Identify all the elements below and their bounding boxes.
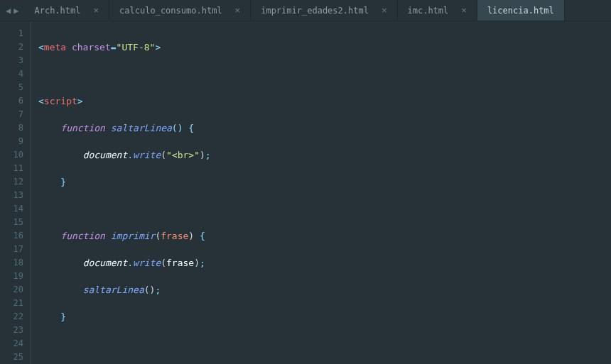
tab-label: licencia.html <box>487 6 554 16</box>
line-num: 8 <box>0 121 31 135</box>
code-line: function imprimir(frase) { <box>38 229 611 243</box>
code-line: document.write(frase); <box>38 256 611 270</box>
line-num: 9 <box>0 135 31 148</box>
line-num: 14 <box>0 202 31 216</box>
code-line: <script> <box>38 94 611 108</box>
code-line <box>38 337 611 351</box>
tab-bar: Arch.html × calculo_consumo.html × impri… <box>24 0 611 21</box>
tab-label: calculo_consumo.html <box>119 6 222 16</box>
line-num: 24 <box>0 337 31 351</box>
line-num: 21 <box>0 297 31 310</box>
line-num: 16 <box>0 229 31 243</box>
line-num: 18 <box>0 256 31 270</box>
line-num: 15 <box>0 216 31 229</box>
line-gutter: 1 2 3 4 5 6 7 8 9 10 11 12 13 14 15 16 1… <box>0 21 31 364</box>
line-num: 1 <box>0 27 31 40</box>
close-icon[interactable]: × <box>94 5 99 16</box>
line-num: 19 <box>0 270 31 283</box>
nav-forward-icon[interactable]: ▶ <box>13 6 18 16</box>
line-num: 2 <box>0 40 31 54</box>
line-num: 23 <box>0 324 31 337</box>
nav-back-icon[interactable]: ◀ <box>6 6 11 16</box>
close-icon[interactable]: × <box>382 5 387 16</box>
tab-calculo[interactable]: calculo_consumo.html × <box>109 0 251 21</box>
close-icon[interactable]: × <box>235 5 241 16</box>
tab-arch[interactable]: Arch.html × <box>24 0 109 21</box>
code-line: saltarLinea(); <box>38 283 611 297</box>
line-num: 3 <box>0 54 31 67</box>
line-num: 7 <box>0 108 31 121</box>
line-num: 13 <box>0 189 31 202</box>
line-num: 4 <box>0 67 31 81</box>
editor-area: 1 2 3 4 5 6 7 8 9 10 11 12 13 14 15 16 1… <box>0 21 611 364</box>
nav-arrows: ◀ ▶ <box>0 0 24 21</box>
line-num: 6 <box>0 94 31 108</box>
line-num: 17 <box>0 243 31 256</box>
code-line <box>38 202 611 216</box>
code-line: <meta charset="UTF-8"> <box>38 40 611 54</box>
tab-label: Arch.html <box>34 6 80 16</box>
code-pane[interactable]: <meta charset="UTF-8"> <script> function… <box>31 21 611 364</box>
code-line: function saltarLinea() { <box>38 121 611 135</box>
tab-imprimir[interactable]: imprimir_edades2.html × <box>251 0 397 21</box>
line-num: 11 <box>0 162 31 175</box>
close-icon[interactable]: × <box>461 5 467 16</box>
line-num: 10 <box>0 148 31 162</box>
code-line <box>38 67 611 81</box>
line-num: 22 <box>0 310 31 324</box>
code-line: } <box>38 310 611 324</box>
tab-licencia[interactable]: licencia.html <box>477 0 565 21</box>
line-num: 5 <box>0 81 31 94</box>
line-num: 25 <box>0 351 31 364</box>
tab-imc[interactable]: imc.html × <box>398 0 477 21</box>
editor-header: ◀ ▶ Arch.html × calculo_consumo.html × i… <box>0 0 611 21</box>
line-num: 12 <box>0 175 31 189</box>
code-line: document.write("<br>"); <box>38 148 611 162</box>
code-line: } <box>38 175 611 189</box>
tab-label: imprimir_edades2.html <box>261 6 369 16</box>
tab-label: imc.html <box>408 6 449 16</box>
line-num: 20 <box>0 283 31 297</box>
